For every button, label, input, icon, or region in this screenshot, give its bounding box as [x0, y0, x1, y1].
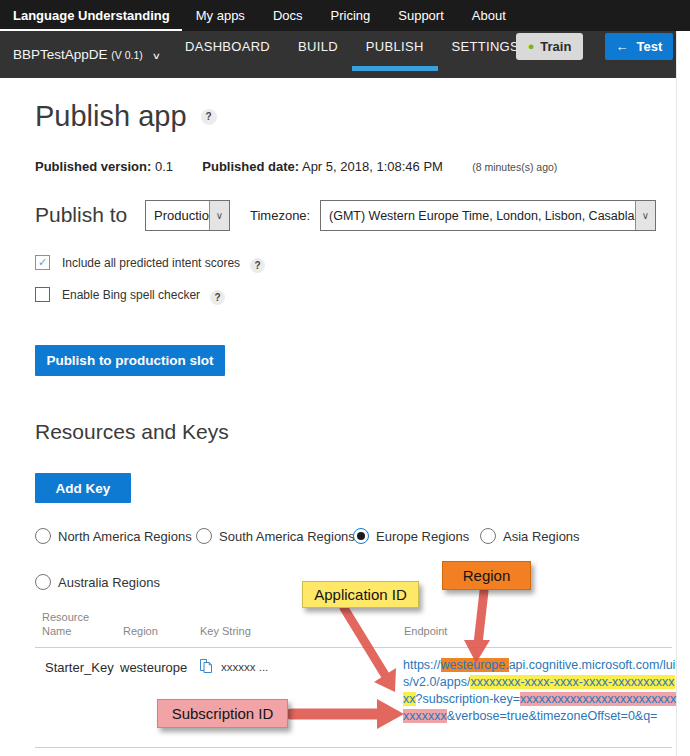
- cell-key-string[interactable]: xxxxxx ...: [221, 661, 268, 673]
- luis-publish-page: Language Understanding My apps Docs Pric…: [0, 0, 690, 756]
- resources-and-keys-heading: Resources and Keys: [35, 420, 229, 444]
- radio-asia-regions[interactable]: Asia Regions: [480, 528, 580, 544]
- published-version-value: 0.1: [155, 159, 173, 174]
- endpoint-query-rest: verbose=true&timezoneOffset=0&q=: [455, 709, 657, 723]
- page-title-text: Publish app: [35, 100, 187, 133]
- nav-item-pricing[interactable]: Pricing: [317, 0, 385, 31]
- application-id-callout: Application ID: [302, 581, 419, 608]
- published-ago-text: (8 minutes(s) ago): [472, 161, 557, 173]
- app-bar: BBPTestAppDE (V 0.1) ∨ DASHBOARD BUILD P…: [0, 31, 676, 78]
- enable-bing-label: Enable Bing spell checker: [62, 288, 200, 302]
- test-button[interactable]: ← Test: [605, 33, 673, 60]
- published-version-label: Published version:: [35, 159, 151, 174]
- app-version-label: (V 0.1): [111, 49, 143, 61]
- top-navbar: Language Understanding My apps Docs Pric…: [0, 0, 690, 31]
- nav-item-docs[interactable]: Docs: [259, 0, 317, 31]
- radio-icon[interactable]: [196, 528, 212, 544]
- endpoint-scheme: https://: [403, 658, 441, 672]
- column-header-resource-name: Resource: [42, 611, 89, 623]
- add-key-button[interactable]: Add Key: [35, 473, 131, 503]
- radio-label: South America Regions: [219, 529, 355, 544]
- scrollbar-gutter[interactable]: [676, 31, 690, 756]
- radio-icon[interactable]: [35, 574, 51, 590]
- radio-north-america-regions[interactable]: North America Regions: [35, 528, 192, 544]
- train-button[interactable]: ● Train: [516, 33, 583, 60]
- radio-south-america-regions[interactable]: South America Regions: [196, 528, 355, 544]
- chevron-down-icon: ∨: [151, 51, 160, 61]
- radio-label: Australia Regions: [58, 575, 160, 590]
- radio-icon[interactable]: [480, 528, 496, 544]
- endpoint-app-id-highlight: xxxxxxxx-xxxx-xxxx-xxxx-: [470, 675, 612, 689]
- tab-publish[interactable]: PUBLISH: [352, 35, 438, 64]
- table-divider: [35, 747, 672, 748]
- help-icon[interactable]: ?: [210, 290, 225, 305]
- endpoint-host: api.cognitive.microsoft.com: [509, 658, 660, 672]
- page-title: Publish app ?: [35, 100, 217, 133]
- region-callout: Region: [442, 561, 531, 590]
- chevron-down-icon: ∨: [635, 201, 655, 230]
- tab-dashboard[interactable]: DASHBOARD: [171, 35, 284, 64]
- slot-select[interactable]: Production ∨: [145, 200, 230, 231]
- include-intent-scores-checkbox[interactable]: ✓: [35, 255, 50, 270]
- column-header-endpoint: Endpoint: [404, 625, 447, 637]
- column-header-key-string: Key String: [200, 625, 251, 637]
- endpoint-link[interactable]: https://westeurope.api.cognitive.microso…: [403, 657, 678, 725]
- include-intent-scores-row: ✓ Include all predicted intent scores ?: [35, 255, 265, 270]
- radio-label: North America Regions: [58, 529, 192, 544]
- endpoint-amp: &: [447, 709, 455, 723]
- app-selector[interactable]: BBPTestAppDE (V 0.1) ∨: [13, 47, 159, 62]
- radio-selected-icon[interactable]: [353, 528, 369, 544]
- published-date-label: Published date:: [202, 159, 299, 174]
- radio-icon[interactable]: [35, 528, 51, 544]
- column-header-resource-name: Name: [42, 625, 71, 637]
- copy-icon[interactable]: [199, 658, 213, 678]
- train-button-label: Train: [540, 39, 571, 54]
- radio-label: Asia Regions: [503, 529, 580, 544]
- published-info-row: Published version: 0.1 Published date: A…: [35, 159, 557, 174]
- include-intent-scores-label: Include all predicted intent scores: [62, 256, 240, 270]
- endpoint-region-highlight: westeurope.: [441, 658, 509, 672]
- enable-bing-row: Enable Bing spell checker ?: [35, 287, 225, 302]
- help-icon[interactable]: ?: [201, 109, 217, 125]
- train-status-dot-icon: ●: [528, 41, 535, 52]
- table-divider: [35, 647, 672, 648]
- nav-item-language-understanding[interactable]: Language Understanding: [0, 0, 182, 31]
- endpoint-key-param: key=: [493, 692, 520, 706]
- endpoint-query-start: ?subscription-: [416, 692, 494, 706]
- radio-australia-regions[interactable]: Australia Regions: [35, 574, 160, 590]
- nav-item-about[interactable]: About: [458, 0, 520, 31]
- timezone-label: Timezone:: [250, 208, 310, 223]
- enable-bing-checkbox[interactable]: [35, 287, 50, 302]
- publish-to-production-button[interactable]: Publish to production slot: [35, 345, 225, 376]
- check-icon: ✓: [38, 256, 47, 269]
- cell-resource-name: Starter_Key: [45, 660, 114, 675]
- publish-to-label: Publish to: [35, 203, 127, 227]
- slot-select-value: Production: [146, 201, 209, 230]
- timezone-select[interactable]: (GMT) Western Europe Time, London, Lisbo…: [320, 200, 656, 231]
- timezone-select-value: (GMT) Western Europe Time, London, Lisbo…: [321, 201, 635, 230]
- test-button-label: Test: [637, 39, 663, 54]
- subscription-id-callout: Subscription ID: [157, 699, 288, 728]
- published-date-value: Apr 5, 2018, 1:08:46 PM: [302, 159, 443, 174]
- cell-region: westeurope: [120, 660, 187, 675]
- back-arrow-icon: ←: [616, 39, 629, 54]
- nav-item-support[interactable]: Support: [384, 0, 458, 31]
- app-name-label: BBPTestAppDE: [13, 47, 108, 62]
- radio-europe-regions[interactable]: Europe Regions: [353, 528, 469, 544]
- column-header-region: Region: [123, 625, 158, 637]
- nav-item-my-apps[interactable]: My apps: [182, 0, 259, 31]
- radio-label: Europe Regions: [376, 529, 469, 544]
- tab-build[interactable]: BUILD: [284, 35, 352, 64]
- help-icon[interactable]: ?: [250, 258, 265, 273]
- chevron-down-icon: ∨: [209, 201, 229, 230]
- app-tabs: DASHBOARD BUILD PUBLISH SETTINGS: [171, 35, 533, 64]
